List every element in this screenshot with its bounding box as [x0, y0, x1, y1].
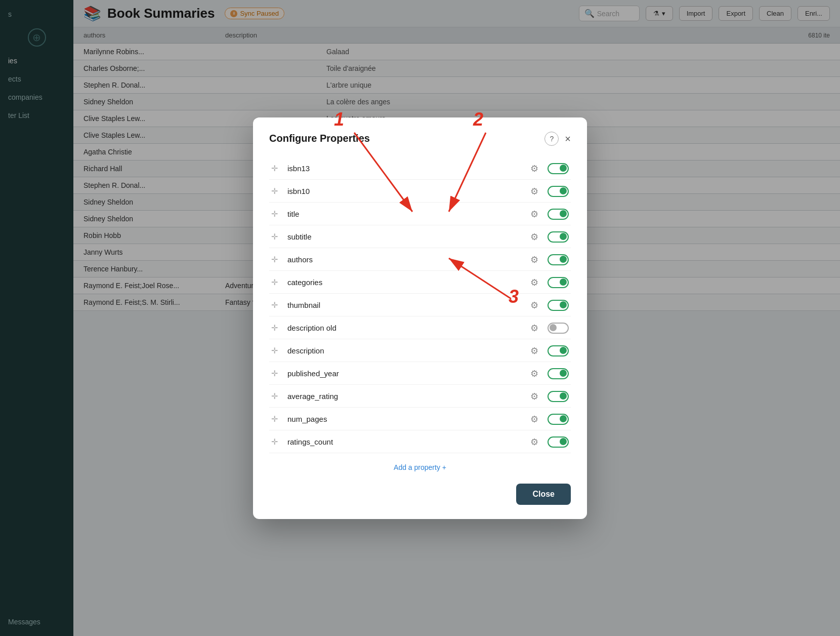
toggle-knob — [550, 324, 557, 331]
drag-handle-icon[interactable]: ✛ — [271, 300, 281, 310]
property-row-published_year: ✛ published_year ⚙ — [269, 363, 571, 385]
property-toggle[interactable] — [548, 254, 569, 265]
toggle-knob — [560, 347, 567, 354]
property-toggle[interactable] — [548, 345, 569, 356]
property-toggle[interactable] — [548, 300, 569, 311]
settings-icon[interactable]: ⚙ — [527, 254, 541, 265]
property-name: authors — [287, 255, 521, 264]
property-name: title — [287, 210, 521, 218]
drag-handle-icon[interactable]: ✛ — [271, 437, 281, 447]
settings-icon[interactable]: ⚙ — [527, 436, 541, 448]
drag-handle-icon[interactable]: ✛ — [271, 186, 281, 196]
settings-icon[interactable]: ⚙ — [527, 345, 541, 356]
settings-icon[interactable]: ⚙ — [527, 391, 541, 402]
property-row-isbn13: ✛ isbn13 ⚙ — [269, 158, 571, 180]
drag-handle-icon[interactable]: ✛ — [271, 232, 281, 242]
drag-handle-icon[interactable]: ✛ — [271, 164, 281, 173]
settings-icon[interactable]: ⚙ — [527, 186, 541, 197]
settings-icon[interactable]: ⚙ — [527, 323, 541, 334]
property-name: subtitle — [287, 232, 521, 241]
add-property-button[interactable]: Add a property + — [269, 463, 571, 471]
property-toggle[interactable] — [548, 277, 569, 288]
toggle-knob — [560, 438, 567, 445]
drag-handle-icon[interactable]: ✛ — [271, 323, 281, 333]
settings-icon[interactable]: ⚙ — [527, 163, 541, 174]
property-toggle[interactable] — [548, 436, 569, 448]
property-name: isbn13 — [287, 164, 521, 173]
property-toggle[interactable] — [548, 231, 569, 243]
close-icon: × — [565, 133, 571, 144]
toggle-knob — [560, 233, 567, 240]
property-toggle[interactable] — [548, 323, 569, 334]
toggle-knob — [560, 256, 567, 263]
drag-handle-icon[interactable]: ✛ — [271, 277, 281, 287]
property-row-title: ✛ title ⚙ — [269, 204, 571, 225]
property-row-ratings_count: ✛ ratings_count ⚙ — [269, 431, 571, 453]
modal-title: Configure Properties — [269, 133, 370, 144]
configure-properties-modal: Configure Properties ? × ✛ isbn13 ⚙ ✛ is… — [253, 117, 587, 519]
settings-icon[interactable]: ⚙ — [527, 209, 541, 220]
modal-header-icons: ? × — [544, 132, 571, 146]
property-row-thumbnail: ✛ thumbnail ⚙ — [269, 295, 571, 316]
modal-header: Configure Properties ? × — [269, 132, 571, 146]
modal-close-button[interactable]: × — [565, 134, 571, 144]
settings-icon[interactable]: ⚙ — [527, 300, 541, 311]
drag-handle-icon[interactable]: ✛ — [271, 414, 281, 424]
toggle-knob — [560, 187, 567, 194]
property-name: description — [287, 346, 521, 355]
drag-handle-icon[interactable]: ✛ — [271, 391, 281, 401]
property-name: isbn10 — [287, 187, 521, 195]
property-row-subtitle: ✛ subtitle ⚙ — [269, 226, 571, 248]
property-name: published_year — [287, 369, 521, 378]
property-row-num_pages: ✛ num_pages ⚙ — [269, 409, 571, 430]
property-name: thumbnail — [287, 301, 521, 309]
toggle-knob — [560, 279, 567, 286]
modal-footer: Close — [269, 484, 571, 505]
help-button[interactable]: ? — [544, 132, 559, 146]
property-row-authors: ✛ authors ⚙ — [269, 249, 571, 271]
drag-handle-icon[interactable]: ✛ — [271, 209, 281, 219]
drag-handle-icon[interactable]: ✛ — [271, 255, 281, 264]
toggle-knob — [560, 210, 567, 217]
settings-icon[interactable]: ⚙ — [527, 414, 541, 425]
toggle-knob — [560, 370, 567, 377]
property-list: ✛ isbn13 ⚙ ✛ isbn10 ⚙ ✛ title ⚙ ✛ subtit… — [269, 158, 571, 453]
property-toggle[interactable] — [548, 391, 569, 402]
toggle-knob — [560, 392, 567, 400]
property-row-isbn10: ✛ isbn10 ⚙ — [269, 181, 571, 203]
settings-icon[interactable]: ⚙ — [527, 231, 541, 243]
property-row-description-old: ✛ description old ⚙ — [269, 317, 571, 339]
property-toggle[interactable] — [548, 209, 569, 220]
property-toggle[interactable] — [548, 414, 569, 425]
toggle-knob — [560, 415, 567, 422]
property-name: categories — [287, 278, 521, 287]
settings-icon[interactable]: ⚙ — [527, 277, 541, 288]
property-row-description: ✛ description ⚙ — [269, 340, 571, 362]
property-toggle[interactable] — [548, 186, 569, 197]
toggle-knob — [560, 165, 567, 172]
drag-handle-icon[interactable]: ✛ — [271, 369, 281, 378]
close-button[interactable]: Close — [516, 484, 571, 505]
toggle-knob — [560, 301, 567, 308]
settings-icon[interactable]: ⚙ — [527, 368, 541, 379]
modal-overlay[interactable]: Configure Properties ? × ✛ isbn13 ⚙ ✛ is… — [0, 0, 840, 636]
property-toggle[interactable] — [548, 368, 569, 379]
property-row-categories: ✛ categories ⚙ — [269, 272, 571, 294]
property-row-average_rating: ✛ average_rating ⚙ — [269, 386, 571, 408]
property-toggle[interactable] — [548, 163, 569, 174]
drag-handle-icon[interactable]: ✛ — [271, 346, 281, 355]
property-name: average_rating — [287, 392, 521, 401]
property-name: num_pages — [287, 415, 521, 423]
property-name: ratings_count — [287, 438, 521, 446]
property-name: description old — [287, 324, 521, 332]
